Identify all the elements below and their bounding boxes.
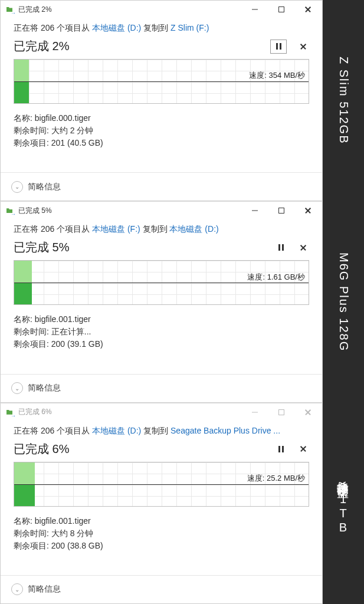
svg-rect-3 bbox=[278, 208, 284, 214]
time-remaining-row: 剩余时间: 正在计算... bbox=[14, 326, 309, 338]
speed-chart: 速度: 1.61 GB/秒 bbox=[14, 260, 309, 305]
items-remaining-row: 剩余项目: 201 (40.5 GB) bbox=[14, 137, 309, 149]
copy-description: 正在将 206 个项目从 本地磁盘 (D:) 复制到 Seagate Backu… bbox=[14, 426, 309, 436]
progress-status: 已完成 5% bbox=[14, 239, 69, 255]
destination-link[interactable]: 本地磁盘 (D:) bbox=[169, 224, 218, 234]
copy-description: 正在将 206 个项目从 本地磁盘 (D:) 复制到 Z Slim (F:) bbox=[14, 23, 309, 34]
chevron-down-icon: ⌄ bbox=[11, 181, 23, 193]
svg-rect-5 bbox=[278, 409, 284, 415]
close-button[interactable] bbox=[294, 1, 321, 18]
minimize-button[interactable] bbox=[241, 1, 268, 18]
drive-label-2: 希捷移动硬盘 1TB bbox=[323, 403, 364, 604]
close-button[interactable] bbox=[294, 202, 321, 219]
maximize-button[interactable] bbox=[268, 202, 294, 219]
speed-label: 速度: 354 MB/秒 bbox=[248, 70, 306, 81]
titlebar[interactable]: 已完成 5% bbox=[1, 202, 322, 219]
progress-status: 已完成 6% bbox=[14, 441, 69, 457]
time-remaining-row: 剩余时间: 大约 8 分钟 bbox=[14, 527, 309, 540]
chevron-down-icon: ⌄ bbox=[11, 583, 23, 595]
copy-icon bbox=[5, 408, 15, 417]
copy-dialog-2: 已完成 6% 正在将 206 个项目从 本地磁盘 (D:) 复制到 Seagat… bbox=[0, 403, 323, 604]
pause-button[interactable] bbox=[275, 241, 287, 255]
source-link[interactable]: 本地磁盘 (D:) bbox=[92, 426, 141, 435]
source-link[interactable]: 本地磁盘 (D:) bbox=[92, 23, 141, 32]
speed-chart: 速度: 25.2 MB/秒 bbox=[14, 462, 309, 507]
copy-dialog-0: 已完成 2% 正在将 206 个项目从 本地磁盘 (D:) 复制到 Z Slim… bbox=[0, 0, 323, 201]
minimize-button[interactable] bbox=[241, 403, 268, 421]
cancel-button[interactable] bbox=[297, 442, 309, 456]
pause-button[interactable] bbox=[270, 40, 287, 54]
speed-label: 速度: 25.2 MB/秒 bbox=[246, 473, 306, 484]
titlebar[interactable]: 已完成 2% bbox=[1, 1, 322, 18]
svg-rect-1 bbox=[278, 7, 284, 12]
destination-link[interactable]: Seagate Backup Plus Drive ... bbox=[170, 426, 280, 435]
minimize-button[interactable] bbox=[241, 202, 268, 219]
maximize-button[interactable] bbox=[268, 1, 294, 18]
drive-label-0: Z Slim 512GB bbox=[323, 0, 364, 201]
chevron-down-icon: ⌄ bbox=[11, 382, 23, 394]
details-toggle[interactable]: ⌄ 简略信息 bbox=[1, 172, 322, 201]
copy-icon bbox=[5, 206, 15, 215]
pause-button[interactable] bbox=[275, 442, 287, 456]
file-name-row: 名称: bigfile.000.tiger bbox=[14, 112, 309, 124]
details-toggle[interactable]: ⌄ 简略信息 bbox=[1, 374, 322, 402]
file-name-row: 名称: bigfile.001.tiger bbox=[14, 515, 309, 527]
items-remaining-row: 剩余项目: 200 (39.1 GB) bbox=[14, 338, 309, 350]
window-title: 已完成 6% bbox=[18, 407, 52, 417]
progress-status: 已完成 2% bbox=[14, 38, 69, 54]
speed-chart: 速度: 354 MB/秒 bbox=[14, 59, 309, 104]
file-name-row: 名称: bigfile.001.tiger bbox=[14, 313, 309, 326]
time-remaining-row: 剩余时间: 大约 2 分钟 bbox=[14, 124, 309, 137]
source-link[interactable]: 本地磁盘 (F:) bbox=[92, 224, 140, 234]
items-remaining-row: 剩余项目: 200 (38.8 GB) bbox=[14, 540, 309, 552]
cancel-button[interactable] bbox=[297, 40, 309, 54]
copy-dialog-1: 已完成 5% 正在将 206 个项目从 本地磁盘 (F:) 复制到 本地磁盘 (… bbox=[0, 201, 323, 402]
maximize-button[interactable] bbox=[268, 403, 294, 421]
cancel-button[interactable] bbox=[297, 241, 309, 255]
window-title: 已完成 5% bbox=[18, 206, 52, 216]
close-button[interactable] bbox=[294, 403, 321, 421]
drive-label-1: M6G Plus 128G bbox=[323, 201, 364, 402]
speed-label: 速度: 1.61 GB/秒 bbox=[246, 272, 306, 283]
titlebar[interactable]: 已完成 6% bbox=[1, 403, 322, 421]
copy-icon bbox=[5, 5, 15, 14]
window-title: 已完成 2% bbox=[18, 5, 52, 15]
destination-link[interactable]: Z Slim (F:) bbox=[170, 23, 209, 32]
copy-description: 正在将 206 个项目从 本地磁盘 (F:) 复制到 本地磁盘 (D:) bbox=[14, 224, 309, 235]
details-toggle[interactable]: ⌄ 简略信息 bbox=[1, 575, 322, 603]
